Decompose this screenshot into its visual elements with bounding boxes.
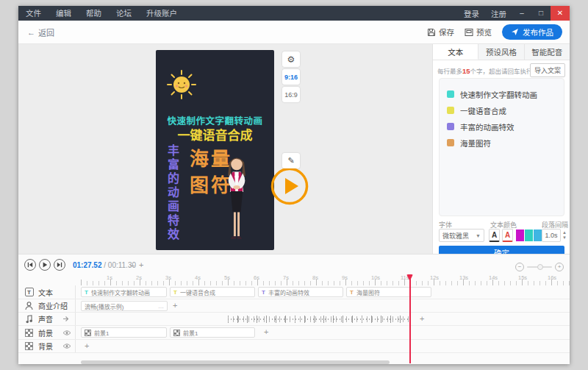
canvas-settings-button[interactable]: ⚙ [282,51,300,67]
back-arrow-icon: ← [27,28,35,37]
auth-link-注册[interactable]: 注册 [485,8,512,19]
timeline-zoom-in-button[interactable]: + [139,260,143,269]
timeline-horizontal-scrollbar[interactable] [81,360,390,364]
panel-tabs: 文本预设风格智能配音 [433,44,570,60]
auth-link-登录[interactable]: 登录 [458,8,485,19]
color-swatch[interactable] [516,230,524,241]
add-audio-button[interactable]: + [420,314,424,323]
list-item[interactable]: 快速制作文字翻转动画 [447,86,564,102]
clip-type-icon: T [173,289,177,296]
list-item[interactable]: 一键语音合成 [447,102,564,118]
spacing-stepper[interactable]: ▲▼ [562,229,567,242]
text-fill-color-button[interactable]: A [489,229,500,242]
track-name: 商业介绍 [38,300,68,311]
line-text: 快速制作文字翻转动画 [460,89,537,100]
auth-links: 登录注册 [458,8,512,19]
tab-智能配音[interactable]: 智能配音 [525,44,570,60]
text-clip[interactable]: T丰富的动画特效 [258,287,343,297]
music-note-icon [26,315,33,324]
skip-start-button[interactable] [24,259,36,271]
app-window: 文件编辑帮助论坛升级账户 登录注册 – □ ✕ ← 返回 保存 预览 发布作品 [18,6,570,364]
ruler-label: 6s [254,274,259,281]
list-item[interactable]: 丰富的动画特效 [447,118,564,135]
menu-item-文件[interactable]: 文件 [18,6,49,21]
preview-button[interactable]: 预览 [465,26,492,38]
preview-text-vertical: 丰富的动画特效 [163,144,181,242]
aspect-916-button[interactable]: 9:16 [282,69,300,85]
maximize-button[interactable]: □ [531,6,551,21]
presenter-character [216,153,257,247]
line-limit-hint: 每行最多15个字，超出请回车执行强制换行 [437,66,530,75]
menu-item-帮助[interactable]: 帮助 [79,6,109,21]
track-row-文本: T文本T快速制作文字翻转动画T一键语音合成T丰富的动画特效T海量图符 [18,285,570,299]
play-overlay-button[interactable] [270,167,309,205]
eye-icon[interactable] [62,343,71,349]
clip-label: 前景1 [94,329,109,337]
menu-item-升级账户[interactable]: 升级账户 [139,6,184,21]
text-lines-list[interactable]: 快速制作文字翻转动画一键语音合成丰富的动画特效海量图符 [439,78,564,216]
line-text: 海量图符 [460,138,491,149]
voice-style-clip[interactable]: 流畅(播放示例)… [81,301,168,311]
track-label: 背景 [18,340,76,352]
close-button[interactable]: ✕ [551,6,570,21]
ruler-label: 13s [459,274,468,281]
skip-end-button[interactable] [54,259,65,271]
text-clip[interactable]: T快速制作文字翻转动画 [81,287,167,297]
text-stroke-color-button[interactable]: A [502,229,513,242]
eye-icon[interactable] [62,330,71,336]
zoom-slider-knob[interactable] [537,264,543,270]
save-button[interactable]: 保存 [427,26,454,38]
clip-label: 前景1 [183,329,198,337]
video-preview-canvas[interactable]: 快速制作文字翻转动画 一键语音合成 丰富的动画特效 海量 图符 [156,50,274,250]
track-name: 前景 [38,327,53,338]
track-name: 背景 [38,341,53,352]
timeline-panel: 01:27.52 / 00:11.30 – + − + 1s2s3s4s5s6s… [18,254,570,364]
play-button[interactable] [39,259,51,271]
minimize-button[interactable]: – [512,6,531,21]
more-options-icon[interactable]: … [158,303,164,310]
color-swatch[interactable] [534,230,542,241]
tab-预设风格[interactable]: 预设风格 [478,44,524,60]
text-track-icon: T [25,288,34,296]
publish-button[interactable]: 发布作品 [502,24,562,40]
color-swatch[interactable] [525,230,533,241]
line-color-swatch [447,139,454,146]
tab-文本[interactable]: 文本 [433,44,478,60]
audio-waveform[interactable] [228,316,412,323]
stepper-up-icon: ▲ [562,230,567,235]
pencil-icon: ✎ [287,156,294,166]
timeline-zoom-out-button[interactable]: – [130,260,135,269]
track-label: 前景 [18,326,76,339]
paragraph-spacing-input[interactable]: 1.0s [542,229,561,242]
ruler-label: 12s [430,274,439,281]
menu-item-论坛[interactable]: 论坛 [109,6,139,21]
collapse-icon[interactable] [62,316,70,322]
line-color-swatch [447,90,454,98]
foreground-clip[interactable]: 前景1 [170,327,255,338]
foreground-clip[interactable]: 前景1 [81,327,167,338]
playhead-line[interactable] [409,277,411,363]
add-background-button[interactable]: + [85,341,89,350]
menu-item-编辑[interactable]: 编辑 [49,6,79,21]
zoom-in-icon[interactable]: + [555,263,564,271]
clip-label: 丰富的动画特效 [268,288,309,296]
track-row-商业介绍: 商业介绍流畅(播放示例)…+ [18,299,570,313]
list-item[interactable]: 海量图符 [447,135,564,151]
timeline-ruler[interactable]: 1s2s3s4s5s6s7s8s9s10s11s12s13s14s15s16s [81,274,570,285]
aspect-169-button[interactable]: 16:9 [282,87,300,102]
import-text-button[interactable]: 导入文案 [530,63,565,77]
add-foreground-button[interactable]: + [264,327,268,336]
text-clip[interactable]: T一键语音合成 [170,287,255,297]
foreground-track-icon [25,329,33,337]
add-voice-button[interactable]: + [173,301,177,310]
track-label: T文本 [18,285,76,299]
sun-illustration [166,69,197,100]
line-text: 一键语音合成 [460,105,506,116]
menu-bar: 文件编辑帮助论坛升级账户 登录注册 – □ ✕ [18,6,570,21]
font-select[interactable]: 微软雅黑 ▼ [439,229,484,242]
zoom-out-icon[interactable]: − [515,263,524,271]
zoom-slider[interactable] [527,266,552,268]
back-button[interactable]: ← 返回 [27,26,54,38]
text-clip[interactable]: T海量图符 [346,287,431,297]
edit-canvas-button[interactable]: ✎ [282,153,300,168]
